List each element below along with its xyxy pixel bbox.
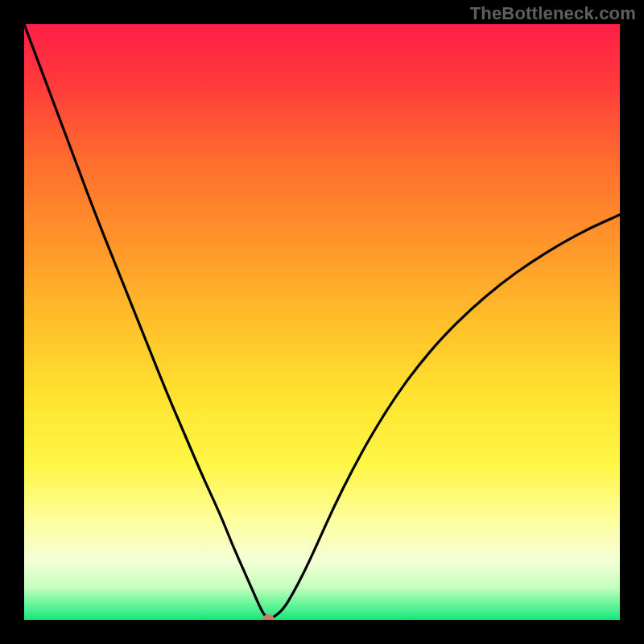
watermark-text: TheBottleneck.com: [470, 3, 636, 24]
bottleneck-chart: [24, 24, 620, 620]
chart-frame: TheBottleneck.com: [0, 0, 644, 644]
